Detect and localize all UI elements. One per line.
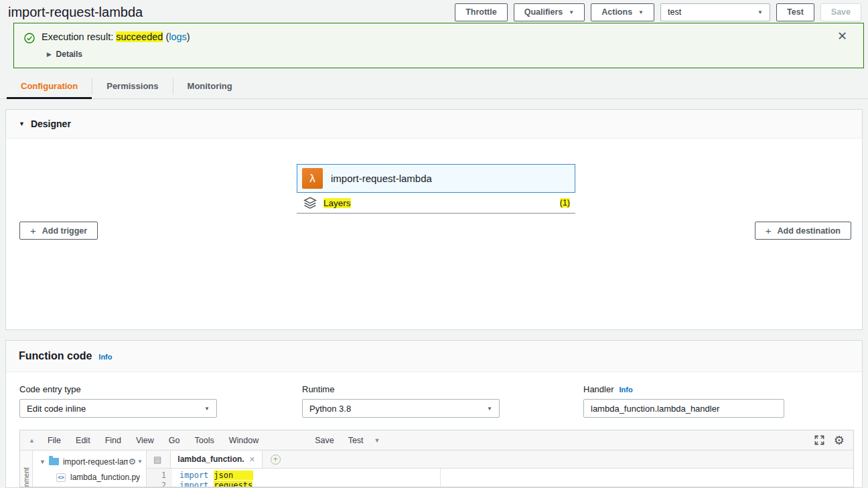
- menu-find[interactable]: Find: [105, 436, 121, 445]
- keyword: import: [179, 471, 208, 480]
- runtime-value: Python 3.8: [309, 404, 351, 414]
- runtime-select[interactable]: Python 3.8 ▼: [302, 399, 500, 418]
- environment-label: Environment: [22, 467, 30, 487]
- code-content[interactable]: importjson importrequests: [172, 469, 853, 487]
- paren-close: ): [187, 31, 190, 42]
- module-name: requests: [214, 481, 252, 487]
- environment-strip[interactable]: Environment: [20, 451, 33, 487]
- menu-tools[interactable]: Tools: [195, 436, 214, 445]
- file-tree: ▼ import-request-lam ⚙▼ <> lambda_functi…: [33, 451, 147, 487]
- tree-folder-row[interactable]: ▼ import-request-lam ⚙▼: [33, 456, 146, 467]
- layers-count-badge: (1): [560, 198, 570, 208]
- test-event-value: test: [668, 7, 681, 17]
- menu-window[interactable]: Window: [229, 436, 259, 445]
- handler-input[interactable]: [583, 399, 784, 418]
- qualifiers-label: Qualifiers: [524, 7, 563, 17]
- chevron-down-icon: ▼: [569, 9, 574, 15]
- tab-monitoring[interactable]: Monitoring: [173, 74, 246, 98]
- tab-permissions[interactable]: Permissions: [92, 74, 172, 98]
- add-destination-label: Add destination: [778, 226, 841, 236]
- page-tabs: Configuration Permissions Monitoring: [0, 74, 868, 99]
- save-label: Save: [831, 7, 851, 17]
- menu-edit[interactable]: Edit: [76, 436, 90, 445]
- execution-result-line: Execution result: succeeded (logs): [23, 31, 854, 44]
- code-entry-type-text: Code entry type: [19, 384, 81, 394]
- chevron-down-icon: ▼: [638, 9, 644, 15]
- handler-label: Handler Info: [583, 384, 784, 394]
- menu-go[interactable]: Go: [169, 436, 180, 445]
- new-tab-plus-icon[interactable]: +: [271, 455, 281, 465]
- menu-view[interactable]: View: [136, 436, 154, 445]
- save-button[interactable]: Save: [820, 3, 861, 21]
- handler-field: Handler Info: [583, 384, 784, 418]
- function-code-title: Function code: [19, 350, 92, 362]
- collapse-caret-icon: ▼: [19, 120, 25, 127]
- layers-icon: [303, 197, 317, 210]
- add-trigger-button[interactable]: + Add trigger: [19, 222, 98, 240]
- line-number-gutter: 1 2: [147, 469, 172, 487]
- designer-panel: ▼ Designer λ import-request-lambda Layer…: [5, 109, 863, 330]
- fullscreen-icon[interactable]: [814, 435, 824, 445]
- chevron-down-icon: ▼: [757, 9, 763, 15]
- line-number: 1: [147, 471, 166, 481]
- tab-configuration-label: Configuration: [21, 81, 78, 91]
- designer-title: Designer: [31, 118, 71, 129]
- success-check-icon: [24, 33, 35, 44]
- editor-tab-label: lambda_function.: [177, 455, 244, 464]
- lambda-function-name: import-request-lambda: [331, 173, 432, 184]
- tree-settings-gear-icon[interactable]: ⚙▼: [128, 457, 143, 467]
- add-destination-button[interactable]: + Add destination: [755, 222, 851, 240]
- tree-file-row[interactable]: <> lambda_function.py: [33, 473, 146, 482]
- designer-header[interactable]: ▼ Designer: [6, 110, 862, 139]
- editor-test-button[interactable]: Test: [348, 436, 364, 445]
- editor-menubar: ▲ File Edit Find View Go Tools Window Sa…: [20, 430, 853, 451]
- tab-configuration[interactable]: Configuration: [7, 74, 92, 98]
- plus-icon: +: [30, 225, 36, 236]
- editor-tab-lambda-function[interactable]: lambda_function. ✕: [170, 451, 263, 468]
- runtime-text: Runtime: [302, 384, 334, 394]
- throttle-button[interactable]: Throttle: [455, 3, 508, 21]
- editor-save-button[interactable]: Save: [315, 436, 334, 445]
- collapse-up-icon[interactable]: ▲: [29, 437, 35, 444]
- details-expander[interactable]: ▶ Details: [47, 50, 854, 59]
- editor-main: Environment ▼ import-request-lam ⚙▼ <> l…: [20, 451, 853, 487]
- tab-permissions-label: Permissions: [106, 81, 158, 91]
- settings-gear-icon[interactable]: ⚙: [834, 434, 845, 446]
- chevron-down-icon[interactable]: ▼: [374, 437, 380, 444]
- logs-link[interactable]: logs: [169, 31, 187, 42]
- handler-info-link[interactable]: Info: [620, 386, 633, 394]
- test-button[interactable]: Test: [776, 3, 814, 21]
- actions-button[interactable]: Actions ▼: [591, 3, 654, 21]
- keyword: import: [179, 481, 208, 487]
- lambda-function-node[interactable]: λ import-request-lambda: [297, 164, 575, 193]
- code-entry-type-select[interactable]: Edit code inline ▼: [19, 399, 217, 418]
- function-header: import-request-lambda Throttle Qualifier…: [0, 0, 868, 23]
- code-entry-type-field: Code entry type Edit code inline ▼: [19, 384, 217, 418]
- test-event-select[interactable]: test ▼: [660, 3, 770, 21]
- folder-icon: [49, 458, 59, 465]
- layers-row[interactable]: Layers (1): [297, 193, 575, 214]
- designer-canvas: λ import-request-lambda Layers (1) + Add…: [6, 139, 862, 329]
- line-number: 2: [147, 481, 166, 487]
- handler-text: Handler: [583, 384, 614, 394]
- editor-tabbar: ▤ lambda_function. ✕ +: [147, 451, 853, 469]
- tab-close-icon[interactable]: ✕: [249, 455, 255, 464]
- details-label: Details: [56, 50, 82, 59]
- function-code-form: Code entry type Edit code inline ▼ Runti…: [6, 372, 862, 427]
- module-name: json: [214, 471, 253, 480]
- code-file-icon: <>: [56, 473, 66, 482]
- close-icon[interactable]: ✕: [837, 30, 847, 42]
- throttle-label: Throttle: [465, 7, 497, 17]
- code-area: 1 2 importjson importrequests: [147, 469, 853, 487]
- code-editor: ▲ File Edit Find View Go Tools Window Sa…: [19, 430, 854, 487]
- lambda-icon: λ: [302, 168, 323, 189]
- info-link[interactable]: Info: [98, 353, 112, 361]
- actions-label: Actions: [601, 7, 632, 17]
- editor-pane: ▤ lambda_function. ✕ + 1 2 importjson im…: [147, 451, 853, 487]
- code-line: importrequests: [179, 481, 853, 487]
- menu-file[interactable]: File: [48, 436, 61, 445]
- test-label: Test: [787, 7, 804, 17]
- tab-list-icon[interactable]: ▤: [153, 455, 161, 465]
- tab-monitoring-label: Monitoring: [188, 81, 232, 91]
- qualifiers-button[interactable]: Qualifiers ▼: [514, 3, 585, 21]
